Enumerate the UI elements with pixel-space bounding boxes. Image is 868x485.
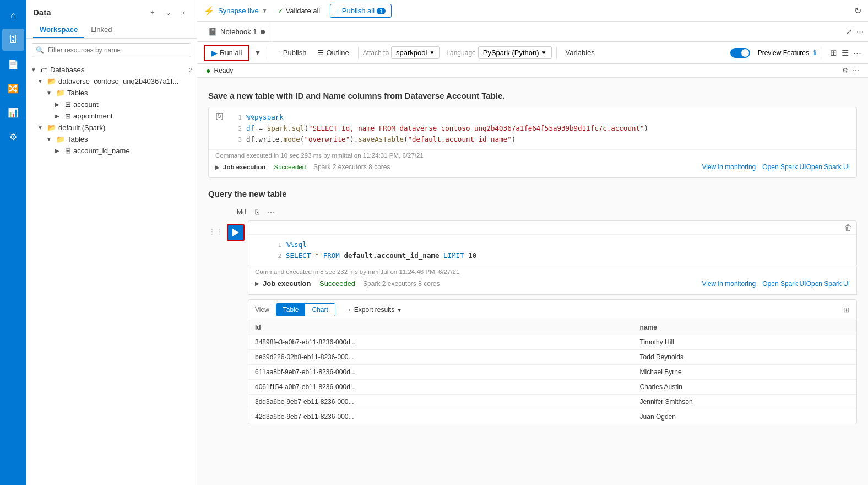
more-icon[interactable]: ⋯ xyxy=(856,28,864,36)
upload-icon: ↑ xyxy=(336,7,340,15)
results-toolbar: View Table Chart → Export results ▼ xyxy=(248,300,856,320)
cell1-view-monitoring-link[interactable]: View in monitoring xyxy=(702,163,756,171)
cell1-expand-icon[interactable]: ▶ xyxy=(215,164,220,170)
code-line-2-2: 2 SELECT * FROM default.account_id_name … xyxy=(268,250,856,261)
refresh-icon[interactable]: ↻ xyxy=(854,6,861,16)
tables-icon: 📁 xyxy=(56,89,65,97)
cell2-copy-btn[interactable]: ⎘ xyxy=(252,207,262,217)
cell2-status-links: View in monitoring Open Spark UIOpen Spa… xyxy=(702,280,850,288)
outline-icon: ☰ xyxy=(317,48,324,57)
overflow-icon[interactable]: ⋯ xyxy=(853,48,861,58)
export-results-button[interactable]: → Export results ▼ xyxy=(340,304,408,316)
search-input[interactable] xyxy=(32,43,191,57)
publish-all-button[interactable]: ↑ Publish all 1 xyxy=(330,4,392,18)
notebook-content: Save a new table with ID and Name column… xyxy=(197,78,868,485)
cell2-inner: 1 %%sql 2 SELECT * FROM default.account_… xyxy=(248,235,856,266)
db1-table2-label: appointment xyxy=(73,112,113,120)
databases-icon: 🗃 xyxy=(41,66,48,74)
collapse-all-button[interactable]: ⌄ xyxy=(161,6,175,19)
chart-tab[interactable]: Chart xyxy=(305,304,334,316)
cell2-more-btn[interactable]: ⋯ xyxy=(264,207,278,217)
cell-name: Charles Austin xyxy=(633,380,856,395)
chevron-down-icon[interactable]: ▼ xyxy=(262,8,268,14)
language-dropdown[interactable]: PySpark (Python) ▼ xyxy=(478,46,552,59)
notebook-tabs: 📓 Notebook 1 ⤢ ⋯ xyxy=(197,22,868,42)
tab-workspace[interactable]: Workspace xyxy=(33,22,84,38)
cell2-code-cell: 🗑 1 %%sql 2 SELECT * xyxy=(248,220,857,266)
cell-name: Juan Ogden xyxy=(633,409,856,424)
attach-dropdown[interactable]: sparkpool ▼ xyxy=(391,46,440,59)
validate-all-button[interactable]: ✓ Validate all xyxy=(272,4,326,17)
search-box: 🔍 xyxy=(32,43,191,57)
cell1-open-spark-link[interactable]: Open Spark UIOpen Spark UI xyxy=(762,163,850,171)
cell2-open-spark-link[interactable]: Open Spark UIOpen Spark UI xyxy=(762,280,850,288)
settings-icon[interactable]: ⚙ xyxy=(842,67,848,74)
databases-section[interactable]: ▼ 🗃 Databases 2 xyxy=(26,64,197,76)
cell-id: be69d226-02b8-eb11-8236-000... xyxy=(248,350,633,365)
develop-icon[interactable]: 📄 xyxy=(2,53,24,75)
layout-icon[interactable]: ⊞ xyxy=(830,48,837,58)
monitor-icon[interactable]: 📊 xyxy=(2,101,24,123)
table-tab[interactable]: Table xyxy=(276,304,306,316)
code-cell-1: [5] 1 %%pyspark 2 df = spark.sql("SELECT… xyxy=(208,107,857,178)
drag-handle[interactable]: ⋮⋮ xyxy=(208,220,224,236)
cell2-delete-icon[interactable]: 🗑 xyxy=(844,223,852,232)
publish-button[interactable]: ↑ Publish xyxy=(273,46,311,59)
cell2-code-block: 🗑 1 %%sql 2 SELECT * xyxy=(248,220,857,424)
db2-item[interactable]: ▼ 📂 default (Spark) xyxy=(26,122,197,133)
cell1-code: 1 %%pyspark 2 df = spark.sql("SELECT Id,… xyxy=(229,107,856,149)
search-icon: 🔍 xyxy=(36,46,44,54)
db2-table1-item[interactable]: ▶ ⊞ account_id_name xyxy=(26,145,197,157)
results-settings-icon[interactable]: ⊞ xyxy=(843,305,850,314)
cell1-output: Command executed in 10 sec 293 ms by mmi… xyxy=(209,149,856,177)
filter-button[interactable]: › xyxy=(177,6,190,19)
db1-t1-expand: ▶ xyxy=(55,101,63,107)
expand-icon[interactable]: ⤢ xyxy=(846,28,852,36)
toolbar-divider4 xyxy=(823,47,823,58)
table-row: 611aa8bf-9eb7-eb11-8236-000d...Michael B… xyxy=(248,365,856,380)
outline-button[interactable]: ☰ Outline xyxy=(313,46,353,59)
notebook1-tab[interactable]: 📓 Notebook 1 xyxy=(202,22,272,41)
db1-tables-label: Tables xyxy=(67,89,88,97)
data-icon[interactable]: 🗄 xyxy=(2,29,24,51)
attach-label: Attach to xyxy=(363,49,389,57)
cell2-markdown-btn[interactable]: Md xyxy=(234,207,249,217)
db2-label: default (Spark) xyxy=(58,123,105,132)
notebook-icon: 📓 xyxy=(208,28,217,36)
svg-marker-0 xyxy=(232,229,239,236)
preview-toggle[interactable] xyxy=(730,48,750,58)
code-line-1-1: 1 %%pyspark xyxy=(229,112,856,123)
db1-t2-expand: ▶ xyxy=(55,113,63,119)
db1-tables[interactable]: ▼ 📁 Tables xyxy=(26,87,197,99)
db1-table2-item[interactable]: ▶ ⊞ appointment xyxy=(26,110,197,122)
run-all-label: Run all xyxy=(220,48,242,57)
run-dropdown-icon[interactable]: ▼ xyxy=(252,46,263,59)
icon-bar: ⌂ 🗄 📄 🔀 📊 ⚙ xyxy=(0,0,26,485)
cell2-view-monitoring-link[interactable]: View in monitoring xyxy=(702,280,756,288)
run-cell-button[interactable] xyxy=(227,224,245,241)
db2-table1-label: account_id_name xyxy=(73,147,130,155)
cell-name: Jennifer Smithson xyxy=(633,395,856,409)
db1-item[interactable]: ▼ 📂 dataverse_contoso_unq2b40367a1f... xyxy=(26,76,197,87)
run-all-button[interactable]: ▶ Run all xyxy=(204,45,249,61)
db2-tables[interactable]: ▼ 📁 Tables xyxy=(26,133,197,145)
cell1-job-status: Succeeded xyxy=(274,164,306,170)
variables-button[interactable]: Variables xyxy=(561,46,599,59)
list-icon[interactable]: ☰ xyxy=(842,48,849,58)
add-resource-button[interactable]: + xyxy=(146,6,159,19)
cell-name: Michael Byrne xyxy=(633,365,856,380)
manage-icon[interactable]: ⚙ xyxy=(2,126,24,148)
cell2-toolbar-row: Md ⎘ ⋯ xyxy=(234,205,857,219)
integrate-icon[interactable]: 🔀 xyxy=(2,77,24,99)
tab-linked[interactable]: Linked xyxy=(84,22,118,38)
cell2-expand-icon[interactable]: ▶ xyxy=(255,281,259,287)
more-settings-icon[interactable]: ⋯ xyxy=(853,67,859,74)
cell2-output: Command executed in 8 sec 232 ms by mmit… xyxy=(248,266,857,295)
cell2-job-status: Succeeded xyxy=(319,279,355,288)
cell-id: 34898fe3-a0b7-eb11-8236-000d... xyxy=(248,335,633,350)
db1-table1-item[interactable]: ▶ ⊞ account xyxy=(26,99,197,110)
code-line-1-2: 2 df = spark.sql("SELECT Id, name FROM d… xyxy=(229,123,856,134)
info-icon[interactable]: ℹ xyxy=(813,48,816,57)
toolbar-divider2 xyxy=(358,47,359,58)
home-icon[interactable]: ⌂ xyxy=(2,4,24,26)
